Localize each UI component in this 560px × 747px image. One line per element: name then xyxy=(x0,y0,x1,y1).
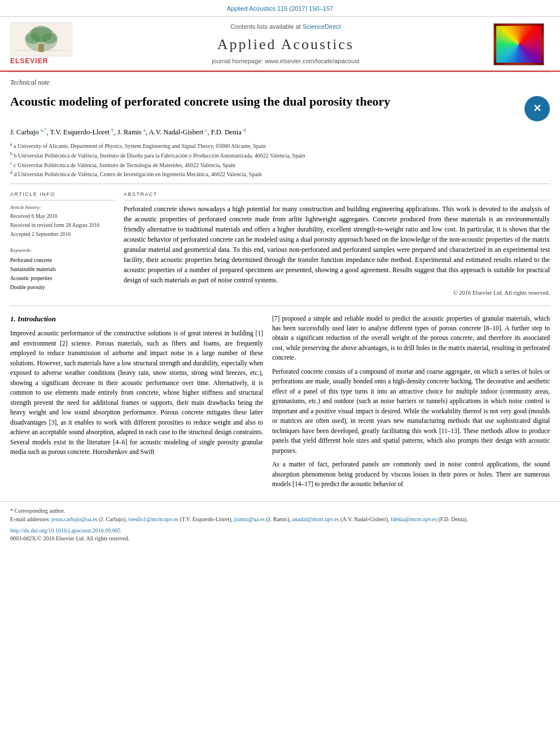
intro-right-text-p3: As a matter of fact, perforated panels a… xyxy=(272,460,550,489)
intro-right-text-p1: [7] proposed a simple and reliable model… xyxy=(272,314,550,363)
introduction-title: 1. Introduction xyxy=(10,314,263,325)
journal-header-center: Contents lists available at ScienceDirec… xyxy=(78,23,493,67)
journal-title: Applied Acoustics xyxy=(89,34,482,55)
abstract-col: ABSTRACT Perforated concrete shows nowad… xyxy=(124,191,550,297)
email-toesllo[interactable]: toesllo1@mcm.upv.es xyxy=(128,516,178,522)
email-label: E-mail addresses: xyxy=(10,516,50,522)
article-history-label: Article history: xyxy=(10,204,115,211)
intro-left-col: 1. Introduction Improved acoustic perfor… xyxy=(10,314,263,493)
intro-left-text: Improved acoustic performance of the con… xyxy=(10,329,263,457)
journal-header-right xyxy=(493,23,550,65)
issn-line: 0003-682X/© 2016 Elsevier Ltd. All right… xyxy=(10,535,550,543)
email-fdenia[interactable]: fdenia@mcm.upv.es xyxy=(391,516,437,522)
keyword-2: Sustainable materials xyxy=(10,265,115,274)
crossmark-icon: ✕ xyxy=(533,102,541,115)
authors-text: J. Carbajo a,*, T.V. Esquerdo-Lloret b, … xyxy=(10,128,246,136)
journal-thumbnail xyxy=(493,23,544,65)
received-date: Received 6 May 2016 xyxy=(10,213,115,221)
svg-rect-2 xyxy=(38,44,44,53)
journal-header: ELSEVIER Contents lists available at Sci… xyxy=(0,17,560,72)
footer: * Corresponding author. E-mail addresses… xyxy=(0,501,560,547)
doi-link[interactable]: http://dx.doi.org/10.1016/j.apacoust.201… xyxy=(10,527,550,535)
article-body: Technical note Acoustic modeling of perf… xyxy=(0,72,560,499)
science-direct-link[interactable]: ScienceDirect xyxy=(303,23,341,30)
affiliation-d: d d Universitat Politècnica de València,… xyxy=(10,169,550,179)
keywords-label: Keywords: xyxy=(10,247,115,254)
page: Applied Acoustics 115 (2017) 150–157 xyxy=(0,0,560,747)
affiliation-a: a a University of Alicante, Department o… xyxy=(10,141,550,151)
affiliation-b: b b Universitat Politècnica de València,… xyxy=(10,151,550,160)
keyword-4: Double porosity xyxy=(10,283,115,292)
keyword-3: Acoustic properties xyxy=(10,274,115,283)
email-addresses: E-mail addresses: jesus.carbajo@ua.es (J… xyxy=(10,515,550,523)
article-type: Technical note xyxy=(10,72,550,90)
crossmark-badge: ✕ xyxy=(524,96,550,121)
corresponding-author-note: * Corresponding author. xyxy=(10,506,550,515)
email-carbajo[interactable]: jesus.carbajo@ua.es xyxy=(51,516,97,522)
article-info-abstract: ARTICLE INFO Article history: Received 6… xyxy=(10,184,550,305)
received-revised-date: Received in revised form 28 August 2016 xyxy=(10,222,115,230)
affiliations: a a University of Alicante, Department o… xyxy=(10,141,550,184)
authors: J. Carbajo a,*, T.V. Esquerdo-Lloret b, … xyxy=(10,126,550,141)
elsevier-name: ELSEVIER xyxy=(10,56,48,66)
keyword-1: Perforated concrete xyxy=(10,256,115,265)
accepted-date: Accepted 2 September 2016 xyxy=(10,231,115,239)
introduction-section: 1. Introduction Improved acoustic perfor… xyxy=(10,306,550,499)
article-info-header: ARTICLE INFO xyxy=(10,191,115,200)
copyright-line: © 2016 Elsevier Ltd. All rights reserved… xyxy=(124,285,550,297)
top-bar: Applied Acoustics 115 (2017) 150–157 xyxy=(0,0,560,17)
article-title: Acoustic modeling of perforated concrete… xyxy=(10,94,519,110)
science-direct-label: Contents lists available at ScienceDirec… xyxy=(89,23,482,32)
email-jramis[interactable]: jramis@ua.es xyxy=(234,516,265,522)
article-info-col: ARTICLE INFO Article history: Received 6… xyxy=(10,191,115,297)
journal-header-left: ELSEVIER xyxy=(10,23,78,66)
article-title-row: Acoustic modeling of perforated concrete… xyxy=(10,90,550,126)
abstract-header: ABSTRACT xyxy=(124,191,550,200)
intro-right-text-p2: Perforated concrete consists of a compou… xyxy=(272,367,550,456)
abstract-text: Perforated concrete shows nowadays a hig… xyxy=(124,204,550,285)
citation-text: Applied Acoustics 115 (2017) 150–157 xyxy=(227,5,333,12)
affiliation-c: c c Universitat Politècnica de València,… xyxy=(10,160,550,170)
intro-right-col: [7] proposed a simple and reliable model… xyxy=(272,314,550,493)
journal-homepage: journal homepage: www.elsevier.com/locat… xyxy=(89,57,482,66)
email-list: jesus.carbajo@ua.es (J. Carbajo), toesll… xyxy=(51,516,468,522)
elsevier-graphic xyxy=(10,23,72,56)
email-anadal[interactable]: anadal@mcm.upv.es xyxy=(292,516,339,522)
svg-point-5 xyxy=(42,33,57,43)
elsevier-logo: ELSEVIER xyxy=(10,23,78,66)
svg-point-4 xyxy=(25,33,41,43)
